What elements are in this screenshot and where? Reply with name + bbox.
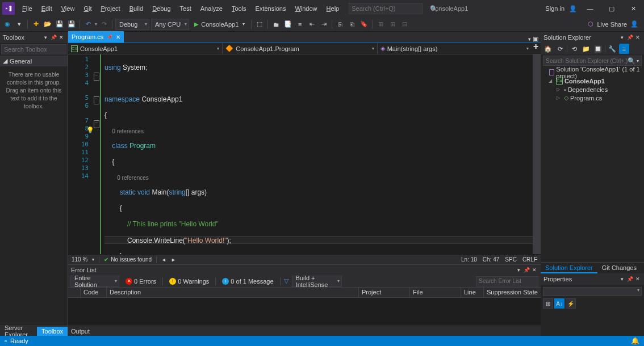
pin-icon[interactable]: 📌 — [523, 267, 530, 273]
tree-deps[interactable]: ▷▫Dependencies — [543, 85, 642, 94]
maximize-button[interactable]: ▢ — [603, 3, 620, 14]
wrench-icon[interactable]: 🔧 — [607, 44, 617, 54]
fold-ns[interactable]: − — [94, 73, 99, 81]
filter-icon[interactable]: ▽ — [284, 277, 288, 285]
toolbox-tab[interactable]: Toolbox — [37, 327, 68, 336]
menu-extensions[interactable]: Extensions — [252, 3, 290, 14]
outdent-btn[interactable]: ⇤ — [307, 19, 317, 29]
errors-filter[interactable]: ✕0 Errors — [123, 276, 159, 286]
props-selector[interactable] — [543, 287, 642, 296]
nav-left-icon[interactable]: ◄ — [161, 257, 166, 263]
fwd-btn[interactable]: ▾ — [14, 19, 24, 29]
nav-class[interactable]: 🔶ConsoleApp1.Program — [223, 43, 377, 54]
window-icon[interactable]: ▣ — [533, 35, 538, 43]
fold-method[interactable]: − — [94, 120, 99, 128]
props-dd[interactable]: ▾ — [618, 276, 625, 282]
expand-icon[interactable]: ▷ — [557, 95, 562, 100]
menu-help[interactable]: Help — [323, 3, 344, 14]
tree-file[interactable]: ▷◇Program.cs — [543, 94, 642, 102]
platform-dropdown[interactable]: Any CPU — [151, 19, 189, 30]
quickfix-icon[interactable]: 💡 — [86, 126, 94, 134]
split-icon[interactable]: ✚ — [532, 43, 541, 54]
se-close[interactable]: ✕ — [634, 35, 641, 40]
events-icon[interactable]: ⚡ — [566, 298, 576, 309]
toolbox-dropdown-icon[interactable]: ▾ — [42, 35, 49, 40]
tree-solution[interactable]: Solution 'ConsoleApp1' (1 of 1 project) — [543, 68, 642, 77]
config-dropdown[interactable]: Debug — [115, 19, 149, 30]
pin-icon[interactable]: 📌 — [626, 35, 633, 40]
se-tool-3[interactable]: 📁 — [581, 44, 591, 54]
pin-icon[interactable]: 📌 — [626, 276, 633, 282]
warnings-filter[interactable]: !0 Warnings — [166, 276, 212, 286]
tab-git-changes[interactable]: Git Changes — [597, 263, 641, 273]
redo-btn[interactable]: ↷ — [99, 19, 109, 29]
tab-program-cs[interactable]: Program.cs📌✕ — [68, 31, 124, 43]
back-btn[interactable]: ◉ — [2, 19, 12, 29]
expand-icon[interactable]: ▷ — [557, 87, 562, 92]
global-search-input[interactable] — [352, 5, 430, 12]
vertical-scrollbar[interactable] — [533, 54, 541, 254]
alpha-icon[interactable]: A↓ — [554, 298, 564, 309]
new-btn[interactable]: ✚ — [31, 19, 41, 29]
tabstrip-dropdown[interactable]: ▾ — [528, 36, 531, 42]
liveshare-btn[interactable]: Live Share — [597, 21, 627, 28]
nav-method[interactable]: ◈Main(string[] args) — [378, 43, 532, 54]
menu-project[interactable]: Project — [97, 3, 124, 14]
close-button[interactable]: ✕ — [625, 3, 642, 14]
account-icon[interactable]: 👤 — [630, 20, 638, 28]
nav-project[interactable]: C#ConsoleApp1 — [68, 43, 223, 54]
menu-edit[interactable]: Edit — [37, 3, 56, 14]
se-tool-1[interactable]: ⟳ — [555, 44, 565, 54]
toolbox-close[interactable]: ✕ — [58, 35, 65, 40]
props-close[interactable]: ✕ — [634, 276, 641, 282]
menu-debug[interactable]: Debug — [148, 3, 174, 14]
messages-filter[interactable]: i0 of 1 Message — [219, 276, 276, 286]
tab-close[interactable]: ✕ — [116, 34, 120, 40]
menu-tools[interactable]: Tools — [228, 3, 250, 14]
se-tool-4[interactable]: 🔲 — [593, 44, 603, 54]
code-editor[interactable]: 1234 56 78 9101112 1314 💡 − − − using Sy… — [68, 54, 541, 254]
pin-icon[interactable]: 📌 — [50, 35, 57, 40]
errorlist-close[interactable]: ✕ — [531, 267, 538, 273]
home-icon[interactable]: 🏠 — [543, 44, 553, 54]
sign-in-link[interactable]: Sign in — [545, 5, 564, 12]
output-pane-header[interactable]: Output — [68, 326, 541, 336]
se-tool-5[interactable]: ≡ — [619, 44, 629, 54]
menu-test[interactable]: Test — [176, 3, 195, 14]
scope-dropdown[interactable]: Entire Solution — [70, 276, 119, 287]
toolbox-group-general[interactable]: ◢General — [0, 56, 68, 66]
notification-bell-icon[interactable]: 🔔 — [631, 337, 639, 345]
tool-6[interactable]: ⎗ — [347, 19, 357, 29]
tool-9[interactable]: ⊟ — [399, 19, 409, 29]
minimize-button[interactable]: — — [582, 3, 599, 14]
errorlist-search[interactable]: 🔍▾ — [476, 276, 538, 286]
menu-git[interactable]: Git — [80, 3, 95, 14]
errorlist-columns[interactable]: Code Description Project File Line Suppr… — [68, 288, 541, 298]
zoom-level[interactable]: 110 % — [72, 256, 87, 263]
undo-btn[interactable]: ↶ — [83, 19, 93, 29]
saveall-btn[interactable]: 💾 — [66, 19, 77, 29]
se-dd[interactable]: ▾ — [618, 35, 625, 40]
user-icon[interactable]: 👤 — [569, 5, 577, 12]
fold-class[interactable]: − — [94, 96, 99, 104]
se-search-input[interactable] — [546, 58, 628, 64]
global-search[interactable]: 🔍 — [349, 3, 423, 14]
errorlist-dd[interactable]: ▾ — [515, 267, 522, 273]
expand-icon[interactable]: ◢ — [549, 78, 554, 83]
se-tool-2[interactable]: ⟲ — [569, 44, 579, 54]
menu-file[interactable]: File — [18, 3, 36, 14]
code-area[interactable]: using System; namespace ConsoleApp1 { 0 … — [101, 54, 533, 254]
start-button[interactable]: ▶ConsoleApp1▾ — [191, 19, 248, 30]
fold-column[interactable]: − − − — [93, 54, 101, 254]
tool-1[interactable]: ⬚ — [254, 19, 265, 29]
solution-tree[interactable]: Solution 'ConsoleApp1' (1 of 1 project) … — [541, 67, 644, 262]
menu-build[interactable]: Build — [126, 3, 147, 14]
save-btn[interactable]: 💾 — [55, 19, 65, 29]
menu-window[interactable]: Window — [291, 3, 321, 14]
nav-right-icon[interactable]: ► — [171, 257, 176, 263]
open-btn[interactable]: 📂 — [43, 19, 53, 29]
source-dropdown[interactable]: Build + IntelliSense — [292, 276, 342, 287]
bookmark-btn[interactable]: 🔖 — [359, 19, 369, 29]
tool-2[interactable]: 🖿 — [271, 19, 281, 29]
menu-view[interactable]: View — [57, 3, 79, 14]
